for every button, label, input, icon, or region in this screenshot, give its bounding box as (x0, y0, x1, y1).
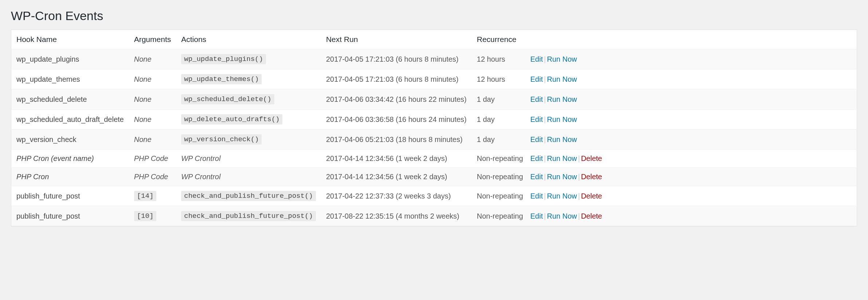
arguments-value: PHP Code (134, 154, 168, 162)
separator: | (543, 55, 547, 63)
col-header-hook: Hook Name (11, 30, 129, 49)
action-value: wp_delete_auto_drafts() (181, 114, 282, 124)
next-run: 2017-04-14 12:34:56 (1 week 2 days) (321, 168, 472, 186)
arguments: None (129, 130, 176, 150)
actions: WP Crontrol (176, 168, 321, 186)
recurrence: Non-repeating (472, 150, 528, 168)
run-now-link[interactable]: Run Now (547, 135, 577, 143)
arguments: None (129, 89, 176, 109)
separator: | (543, 135, 547, 143)
actions: check_and_publish_future_post() (176, 186, 321, 206)
run-now-link[interactable]: Run Now (547, 115, 577, 123)
separator: | (543, 173, 547, 181)
arguments: [10] (129, 206, 176, 226)
run-now-link[interactable]: Run Now (547, 173, 577, 181)
cron-events-table: Hook Name Arguments Actions Next Run Rec… (11, 30, 857, 226)
recurrence: 12 hours (472, 49, 528, 69)
col-header-next-run: Next Run (321, 30, 472, 49)
actions: wp_update_plugins() (176, 49, 321, 69)
hook-name: publish_future_post (11, 206, 129, 226)
table-row: wp_update_pluginsNonewp_update_plugins()… (11, 49, 857, 69)
separator: | (577, 173, 581, 181)
table-row: PHP Cron (event name)PHP CodeWP Crontrol… (11, 150, 857, 168)
run-now-link[interactable]: Run Now (547, 75, 577, 83)
run-now-link[interactable]: Run Now (547, 95, 577, 103)
next-run: 2017-04-22 12:37:33 (2 weeks 3 days) (321, 186, 472, 206)
edit-link[interactable]: Edit (530, 212, 543, 220)
row-operations: Edit|Run Now|Delete (528, 168, 857, 186)
arguments-value: None (134, 95, 152, 103)
edit-link[interactable]: Edit (530, 154, 543, 162)
hook-name: wp_update_themes (11, 69, 129, 89)
action-value: wp_update_plugins() (181, 54, 266, 64)
hook-name: wp_scheduled_auto_draft_delete (11, 109, 129, 130)
hook-name: wp_version_check (11, 130, 129, 150)
recurrence: Non-repeating (472, 206, 528, 226)
arguments-value: [14] (134, 191, 157, 201)
separator: | (543, 95, 547, 103)
hook-name: wp_update_plugins (11, 49, 129, 69)
row-operations: Edit|Run Now|Delete (528, 186, 857, 206)
row-operations: Edit|Run Now|Delete (528, 206, 857, 226)
col-header-recurrence: Recurrence (472, 30, 528, 49)
edit-link[interactable]: Edit (530, 192, 543, 200)
action-value: check_and_publish_future_post() (181, 191, 316, 201)
edit-link[interactable]: Edit (530, 55, 543, 63)
delete-link[interactable]: Delete (581, 192, 602, 200)
arguments: None (129, 49, 176, 69)
separator: | (543, 192, 547, 200)
page-title: WP-Cron Events (11, 9, 857, 23)
arguments: PHP Code (129, 150, 176, 168)
row-operations: Edit|Run Now (528, 69, 857, 89)
recurrence: 12 hours (472, 69, 528, 89)
action-value: wp_version_check() (181, 134, 262, 145)
delete-link[interactable]: Delete (581, 154, 602, 162)
hook-name: PHP Cron (11, 168, 129, 186)
actions: wp_version_check() (176, 130, 321, 150)
separator: | (577, 154, 581, 162)
actions: check_and_publish_future_post() (176, 206, 321, 226)
next-run: 2017-04-06 05:21:03 (18 hours 8 minutes) (321, 130, 472, 150)
hook-name: wp_scheduled_delete (11, 89, 129, 109)
delete-link[interactable]: Delete (581, 173, 602, 181)
col-header-actions: Actions (176, 30, 321, 49)
separator: | (543, 212, 547, 220)
table-row: publish_future_post[10]check_and_publish… (11, 206, 857, 226)
separator: | (543, 154, 547, 162)
actions: WP Crontrol (176, 150, 321, 168)
row-operations: Edit|Run Now (528, 130, 857, 150)
recurrence: Non-repeating (472, 186, 528, 206)
col-header-arguments: Arguments (129, 30, 176, 49)
table-row: wp_update_themesNonewp_update_themes()20… (11, 69, 857, 89)
run-now-link[interactable]: Run Now (547, 154, 577, 162)
recurrence: Non-repeating (472, 168, 528, 186)
action-value: wp_scheduled_delete() (181, 94, 274, 104)
col-header-operations (528, 30, 857, 49)
separator: | (577, 212, 581, 220)
table-row: wp_version_checkNonewp_version_check()20… (11, 130, 857, 150)
next-run: 2017-04-14 12:34:56 (1 week 2 days) (321, 150, 472, 168)
edit-link[interactable]: Edit (530, 135, 543, 143)
edit-link[interactable]: Edit (530, 75, 543, 83)
separator: | (543, 75, 547, 83)
table-row: PHP CronPHP CodeWP Crontrol2017-04-14 12… (11, 168, 857, 186)
recurrence: 1 day (472, 109, 528, 130)
run-now-link[interactable]: Run Now (547, 55, 577, 63)
edit-link[interactable]: Edit (530, 173, 543, 181)
run-now-link[interactable]: Run Now (547, 212, 577, 220)
row-operations: Edit|Run Now (528, 109, 857, 130)
recurrence: 1 day (472, 89, 528, 109)
delete-link[interactable]: Delete (581, 212, 602, 220)
run-now-link[interactable]: Run Now (547, 192, 577, 200)
actions: wp_delete_auto_drafts() (176, 109, 321, 130)
arguments-value: None (134, 115, 152, 123)
arguments-value: None (134, 55, 152, 63)
table-row: publish_future_post[14]check_and_publish… (11, 186, 857, 206)
row-operations: Edit|Run Now (528, 49, 857, 69)
edit-link[interactable]: Edit (530, 115, 543, 123)
action-value: WP Crontrol (181, 173, 220, 181)
arguments: PHP Code (129, 168, 176, 186)
actions: wp_update_themes() (176, 69, 321, 89)
row-operations: Edit|Run Now|Delete (528, 150, 857, 168)
edit-link[interactable]: Edit (530, 95, 543, 103)
